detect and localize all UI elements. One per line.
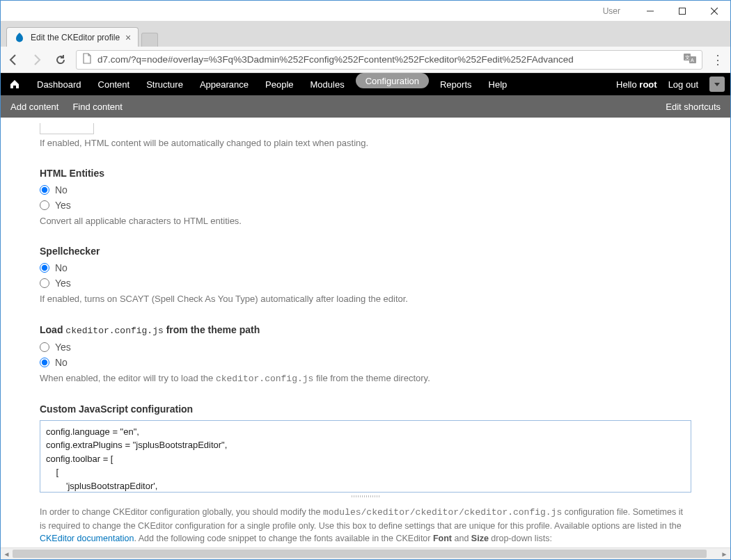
fn-t4: and	[452, 534, 471, 543]
back-button[interactable]	[5, 51, 22, 68]
loadcfg-help-suffix: file from the theme directory.	[313, 373, 430, 383]
admin-toolbar: Dashboard Content Structure Appearance P…	[1, 73, 730, 95]
loadcfg-suffix: from the theme path	[164, 324, 260, 335]
hello-prefix: Hello	[616, 79, 639, 90]
shortcut-edit[interactable]: Edit shortcuts	[666, 102, 721, 112]
titlebar: User	[1, 1, 730, 22]
page-viewport: Dashboard Content Structure Appearance P…	[1, 73, 730, 547]
loadcfg-help-prefix: When enabled, the editor will try to loa…	[40, 373, 216, 383]
hscroll-thumb[interactable]	[13, 550, 707, 558]
entities-yes-text: Yes	[55, 200, 71, 211]
admin-link-content[interactable]: Content	[90, 73, 139, 95]
admin-dropdown-toggle[interactable]	[709, 77, 725, 92]
close-button[interactable]	[698, 1, 730, 22]
spell-radio-yes[interactable]	[40, 278, 49, 288]
loadcfg-code: ckeditor.config.js	[65, 326, 163, 336]
url-text: d7.com/?q=node#overlay=%3Fq%3Dadmin%252F…	[97, 54, 678, 65]
loadcfg-radio-yes[interactable]	[40, 342, 49, 352]
form-content: If enabled, HTML content will be automat…	[1, 118, 730, 547]
hscroll-right-arrow[interactable]: ►	[718, 548, 730, 559]
spell-yes-text: Yes	[55, 278, 71, 289]
admin-home-icon[interactable]	[1, 79, 29, 90]
customjs-textarea[interactable]	[40, 420, 691, 493]
loadcfg-no-row[interactable]: No	[40, 357, 691, 368]
admin-link-appearance[interactable]: Appearance	[191, 73, 257, 95]
entities-label: HTML Entities	[40, 168, 691, 179]
svg-rect-1	[679, 8, 686, 14]
fn-b2: Size	[471, 534, 489, 543]
entities-yes-row[interactable]: Yes	[40, 200, 691, 211]
admin-menu-links: Dashboard Content Structure Appearance P…	[29, 73, 515, 95]
admin-link-help[interactable]: Help	[480, 73, 516, 95]
browser-toolbar: d7.com/?q=node#overlay=%3Fq%3Dadmin%252F…	[1, 47, 730, 73]
entities-radio-yes[interactable]	[40, 200, 49, 210]
hello-username[interactable]: root	[639, 79, 657, 90]
spell-radio-no[interactable]	[40, 263, 49, 273]
translate-icon[interactable]: 文A	[684, 54, 696, 65]
admin-link-dashboard[interactable]: Dashboard	[29, 73, 90, 95]
fn-t5: drop-down lists:	[489, 534, 552, 543]
entities-radio-no[interactable]	[40, 185, 49, 195]
loadcfg-yes-text: Yes	[55, 342, 71, 353]
textarea-resizer[interactable]	[40, 495, 691, 499]
reload-button[interactable]	[52, 51, 69, 68]
admin-hello: Hello root	[616, 79, 657, 90]
spell-no-row[interactable]: No	[40, 262, 691, 273]
loadcfg-help-code: ckeditor.config.js	[216, 374, 313, 384]
fn-c1: modules/ckeditor/ckeditor/ckeditor.confi…	[323, 507, 562, 518]
shortcut-add-content[interactable]: Add content	[10, 102, 58, 112]
forward-button[interactable]	[29, 51, 45, 68]
admin-link-structure[interactable]: Structure	[138, 73, 191, 95]
tab-title: Edit the CKEditor profile	[31, 33, 120, 42]
spell-no-text: No	[55, 262, 68, 273]
loadcfg-yes-row[interactable]: Yes	[40, 342, 691, 353]
browser-tabstrip: Edit the CKEditor profile ×	[1, 22, 730, 47]
drupal-favicon-icon	[14, 32, 25, 43]
loadcfg-help: When enabled, the editor will try to loa…	[40, 372, 691, 385]
loadcfg-no-text: No	[55, 357, 68, 368]
fn-t1: In order to change CKEditor configuratio…	[40, 507, 323, 517]
page-scroll[interactable]: If enabled, HTML content will be automat…	[1, 118, 730, 547]
loadcfg-radio-no[interactable]	[40, 358, 49, 367]
spell-label: Spellchecker	[40, 246, 691, 257]
loadcfg-label: Load ckeditor.config.js from the theme p…	[40, 324, 691, 336]
admin-link-reports[interactable]: Reports	[432, 73, 480, 95]
window-frame: User Edit the CKEditor profile ×	[0, 0, 731, 560]
customjs-footnote: In order to change CKEditor configuratio…	[40, 506, 691, 545]
spell-yes-row[interactable]: Yes	[40, 278, 691, 289]
address-bar[interactable]: d7.com/?q=node#overlay=%3Fq%3Dadmin%252F…	[76, 50, 702, 70]
browser-tab[interactable]: Edit the CKEditor profile ×	[6, 27, 139, 47]
admin-logout-link[interactable]: Log out	[668, 79, 698, 90]
fn-t3: . Add the following code snippet to chan…	[134, 534, 433, 543]
spell-help: If enabled, turns on SCAYT (Spell Check …	[40, 293, 691, 305]
entities-no-row[interactable]: No	[40, 184, 691, 195]
entities-help: Convert all applicable characters to HTM…	[40, 215, 691, 227]
fn-b1: Font	[433, 534, 452, 543]
svg-text:文: 文	[685, 55, 690, 60]
svg-text:A: A	[691, 58, 694, 63]
admin-link-modules[interactable]: Modules	[302, 73, 353, 95]
horizontal-scrollbar[interactable]: ◄ ►	[1, 547, 730, 559]
page-info-icon[interactable]	[82, 53, 92, 66]
shortcut-find-content[interactable]: Find content	[72, 102, 123, 112]
paste-help: If enabled, HTML content will be automat…	[40, 137, 691, 150]
os-user-label: User	[603, 6, 620, 16]
browser-menu-button[interactable]: ⋮	[709, 51, 726, 68]
customjs-label: Custom JavaScript configuration	[40, 403, 691, 415]
loadcfg-prefix: Load	[40, 324, 65, 335]
shortcut-bar: Add content Find content Edit shortcuts	[1, 95, 730, 118]
tab-close-icon[interactable]: ×	[125, 32, 131, 43]
entities-no-text: No	[55, 184, 68, 195]
admin-link-configuration[interactable]: Configuration	[356, 73, 429, 88]
hscroll-track[interactable]	[13, 548, 718, 559]
minimize-button[interactable]	[634, 1, 666, 22]
hscroll-left-arrow[interactable]: ◄	[1, 548, 13, 559]
maximize-button[interactable]	[666, 1, 698, 22]
new-tab-button[interactable]	[141, 33, 158, 47]
prev-field-bottom[interactable]	[40, 123, 94, 134]
admin-link-people[interactable]: People	[257, 73, 301, 95]
ckeditor-docs-link[interactable]: CKEditor documentation	[40, 534, 134, 543]
